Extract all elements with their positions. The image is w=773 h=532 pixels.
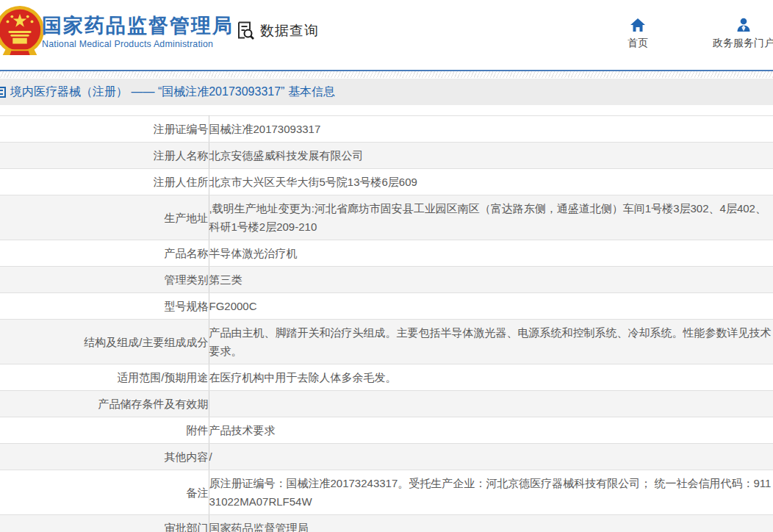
field-value: 原注册证编号：国械注准20173243317。受托生产企业：河北京德医疗器械科技… <box>209 470 773 515</box>
table-row: 结构及组成/主要组成成分 产品由主机、脚踏开关和治疗头组成。主要包括半导体激光器… <box>0 320 773 364</box>
hatch-stripe-band <box>0 71 773 78</box>
field-label: 型号规格 <box>0 293 209 320</box>
field-value <box>209 391 773 417</box>
field-label: 适用范围/预期用途 <box>0 364 209 391</box>
field-value: 国家药品监督管理局 <box>209 515 773 532</box>
table-row: 注册人住所 北京市大兴区天华大街5号院13号楼6层609 <box>0 169 773 195</box>
table-row: 注册证编号 国械注准20173093317 <box>0 116 773 143</box>
field-value: / <box>209 444 773 470</box>
china-national-emblem-icon <box>0 5 46 58</box>
data-query-label: 数据查询 <box>260 21 319 40</box>
field-label: 注册证编号 <box>0 116 209 143</box>
field-label: 管理类别 <box>0 267 209 293</box>
breadcrumb-bar: 境内医疗器械（注册） —— “国械注准20173093317” 基本信息 <box>0 79 773 105</box>
field-value: 第三类 <box>209 267 773 293</box>
site-header: 国家药品监督管理局 National Medical Products Admi… <box>0 0 773 70</box>
field-value: 产品由主机、脚踏开关和治疗头组成。主要包括半导体激光器、电源系统和控制系统、冷却… <box>209 320 773 364</box>
registration-info-table: 注册证编号 国械注准20173093317 注册人名称 北京安德盛威科技发展有限… <box>0 115 773 532</box>
table-row: 审批部门 国家药品监督管理局 <box>0 515 773 532</box>
field-label: 生产地址 <box>0 195 209 240</box>
table-row: 注册人名称 北京安德盛威科技发展有限公司 <box>0 143 773 169</box>
field-label: 产品储存条件及有效期 <box>0 391 209 417</box>
document-search-icon <box>235 21 255 40</box>
nav-home-label: 首页 <box>628 37 648 50</box>
home-icon <box>630 18 646 32</box>
org-name-en: National Medical Products Administration <box>42 39 234 49</box>
field-value: FG2000C <box>209 293 773 320</box>
table-row: 产品名称 半导体激光治疗机 <box>0 240 773 267</box>
page: 国家药品监督管理局 National Medical Products Admi… <box>0 0 773 532</box>
table-row: 适用范围/预期用途 在医疗机构中用于去除人体多余毛发。 <box>0 364 773 391</box>
table-row: 产品储存条件及有效期 <box>0 391 773 417</box>
list-icon <box>0 87 6 98</box>
field-label: 结构及组成/主要组成成分 <box>0 320 209 364</box>
nav-portal-label: 政务服务门户 <box>713 37 773 50</box>
field-value: 产品技术要求 <box>209 417 773 444</box>
table-row: 型号规格 FG2000C <box>0 293 773 320</box>
field-value: 半导体激光治疗机 <box>209 240 773 267</box>
table-row: 附件 产品技术要求 <box>0 417 773 444</box>
user-icon <box>736 18 752 32</box>
field-label: 附件 <box>0 417 209 444</box>
nav-portal[interactable]: 政务服务门户 <box>713 18 773 50</box>
field-label: 产品名称 <box>0 240 209 267</box>
top-nav: 首页 政务服务门户 <box>628 18 773 50</box>
breadcrumb: 境内医疗器械（注册） —— “国械注准20173093317” 基本信息 <box>10 85 335 100</box>
nav-home[interactable]: 首页 <box>628 18 648 50</box>
field-value: 北京安德盛威科技发展有限公司 <box>209 143 773 169</box>
field-label: 审批部门 <box>0 515 209 532</box>
field-label: 注册人住所 <box>0 169 209 195</box>
data-query-entry[interactable]: 数据查询 <box>235 21 319 40</box>
table-row: 其他内容 / <box>0 444 773 470</box>
field-value: ,载明生产地址变更为:河北省廊坊市固安县工业园区南区（富达路东侧，通盛道北侧）车… <box>209 195 773 240</box>
field-value: 在医疗机构中用于去除人体多余毛发。 <box>209 364 773 391</box>
org-name-zh: 国家药品监督管理局 <box>42 15 234 37</box>
table-row: 管理类别 第三类 <box>0 267 773 293</box>
field-value: 北京市大兴区天华大街5号院13号楼6层609 <box>209 169 773 195</box>
field-value: 国械注准20173093317 <box>209 116 773 143</box>
field-label: 其他内容 <box>0 444 209 470</box>
info-table-body: 注册证编号 国械注准20173093317 注册人名称 北京安德盛威科技发展有限… <box>0 116 773 532</box>
field-label: 备注 <box>0 470 209 515</box>
table-row: 备注 原注册证编号：国械注准20173243317。受托生产企业：河北京德医疗器… <box>0 470 773 515</box>
table-row: 生产地址 ,载明生产地址变更为:河北省廊坊市固安县工业园区南区（富达路东侧，通盛… <box>0 195 773 240</box>
org-names: 国家药品监督管理局 National Medical Products Admi… <box>42 15 234 49</box>
field-label: 注册人名称 <box>0 143 209 169</box>
